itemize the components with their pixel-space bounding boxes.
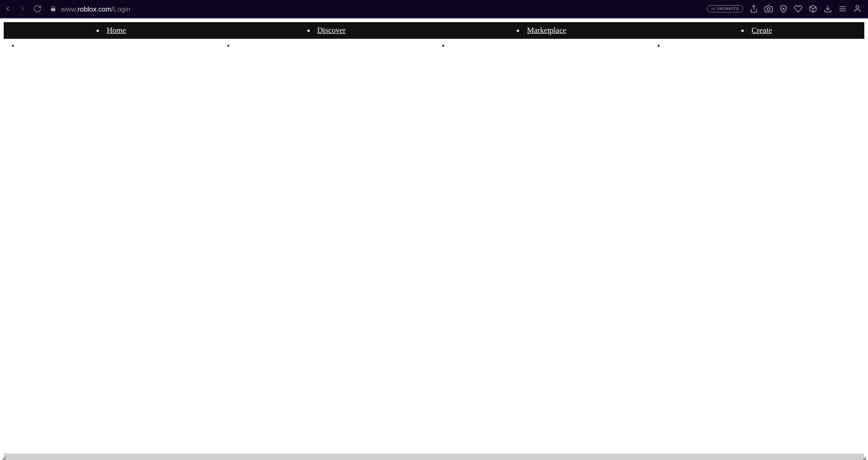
- reload-button[interactable]: [33, 5, 42, 13]
- horizontal-scrollbar[interactable]: [4, 454, 864, 460]
- extensions-button[interactable]: [809, 5, 817, 13]
- browser-chrome: www.roblox.com/Login AI PROMPTS: [0, 0, 868, 18]
- nav-item-discover: Discover: [219, 26, 434, 35]
- toolbar-right: AI PROMPTS: [707, 5, 864, 13]
- nav-controls: [4, 5, 42, 13]
- downloads-button[interactable]: [824, 5, 832, 13]
- camera-icon: [764, 5, 773, 13]
- nav-link-marketplace[interactable]: Marketplace: [527, 26, 566, 35]
- menu-button[interactable]: [838, 5, 847, 13]
- back-button[interactable]: [4, 5, 12, 13]
- lock-icon: [50, 6, 56, 12]
- ai-prompts-button[interactable]: AI PROMPTS: [707, 5, 743, 12]
- forward-button[interactable]: [18, 5, 27, 13]
- secondary-list-ul: [4, 42, 864, 49]
- heart-icon: [794, 5, 802, 13]
- chevron-right-icon: [18, 5, 27, 13]
- download-icon: [824, 5, 832, 13]
- nav-item-create: Create: [649, 26, 865, 35]
- nav-list: Home Discover Marketplace Create: [4, 26, 864, 35]
- list-item: [4, 42, 219, 49]
- list-item: [649, 42, 865, 49]
- nav-link-create[interactable]: Create: [752, 26, 772, 35]
- nav-link-discover[interactable]: Discover: [318, 26, 346, 35]
- favorites-button[interactable]: [794, 5, 802, 13]
- page-nav: Home Discover Marketplace Create: [4, 22, 864, 39]
- shield-x-icon: [779, 5, 788, 13]
- reload-icon: [33, 5, 42, 13]
- menu-icon: [838, 5, 847, 13]
- url-domain: roblox.com: [78, 5, 111, 13]
- url-path: /Login: [111, 5, 130, 13]
- secondary-list: [0, 42, 868, 49]
- url-bar[interactable]: www.roblox.com/Login: [47, 5, 707, 13]
- list-item: [219, 42, 434, 49]
- svg-point-1: [767, 8, 770, 11]
- list-item: [434, 42, 649, 49]
- nav-item-marketplace: Marketplace: [434, 26, 649, 35]
- account-button[interactable]: [853, 5, 862, 13]
- user-icon: [853, 5, 862, 13]
- box-icon: [809, 5, 817, 13]
- share-icon: [750, 5, 758, 13]
- screenshot-button[interactable]: [764, 5, 773, 13]
- nav-item-home: Home: [4, 26, 219, 35]
- chevron-left-icon: [4, 5, 12, 13]
- adblock-button[interactable]: [779, 5, 788, 13]
- url-subdomain: www.: [61, 5, 78, 13]
- svg-point-9: [856, 6, 859, 8]
- share-button[interactable]: [750, 5, 758, 13]
- nav-link-home[interactable]: Home: [107, 26, 126, 35]
